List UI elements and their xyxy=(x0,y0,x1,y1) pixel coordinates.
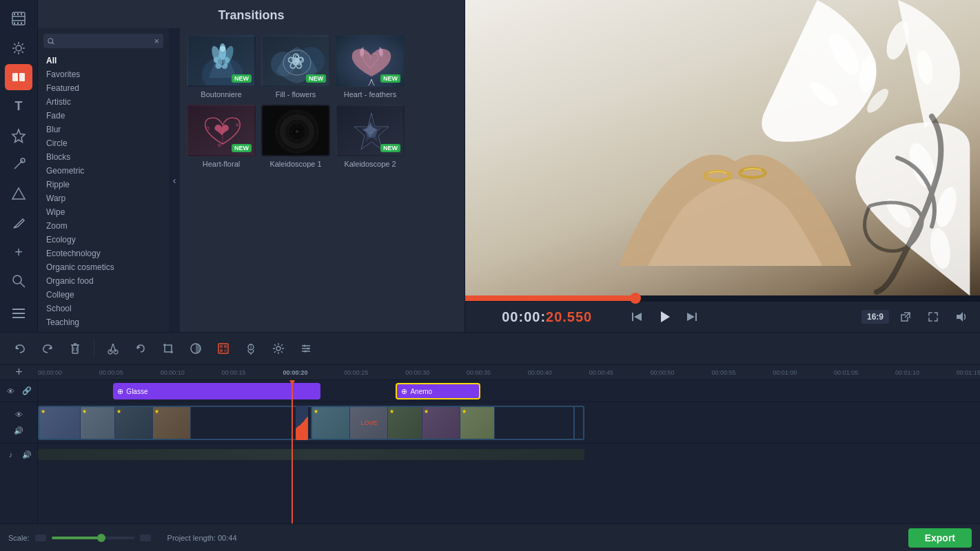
transition-heart-feathers[interactable]: NEW Heart - feathers xyxy=(336,35,405,99)
progress-thumb[interactable] xyxy=(630,293,641,304)
app-container: T xyxy=(0,0,980,551)
transition-boutonniere[interactable]: NEW Boutonniere xyxy=(187,35,256,99)
video-thumb-8: ★ xyxy=(422,407,460,439)
transition-thumb-boutonniere[interactable]: NEW xyxy=(187,35,256,87)
transition-thumb-flowers[interactable]: ❀ NEW xyxy=(261,35,330,87)
search-box[interactable]: × xyxy=(43,34,163,48)
title-clip-anemo[interactable]: ⊕ Anemo xyxy=(396,383,480,399)
track-left-col: 👁 🔗 👁 🔊 ♪ 🔊 xyxy=(0,380,38,523)
audio-track-audio2-button[interactable]: 🔊 xyxy=(20,448,34,461)
category-item-organic-food[interactable]: Organic food xyxy=(38,274,169,288)
audio-button[interactable] xyxy=(239,337,263,360)
search-close-icon[interactable]: × xyxy=(154,36,159,46)
undo-button[interactable] xyxy=(8,337,32,360)
category-item-blocks[interactable]: Blocks xyxy=(38,150,169,164)
category-item-ecology[interactable]: Ecology xyxy=(38,233,169,247)
svg-point-35 xyxy=(220,46,225,52)
category-item-fade[interactable]: Fade xyxy=(38,109,169,123)
image-filter-button[interactable] xyxy=(212,337,235,360)
category-item-all[interactable]: All xyxy=(38,54,169,67)
category-item-teaching[interactable]: Teaching xyxy=(38,315,169,329)
transition-thumb-kaleidoscope2[interactable]: ✦ NEW xyxy=(336,105,405,156)
tool-effects[interactable] xyxy=(5,34,32,61)
text-track-eye-button[interactable]: 👁 xyxy=(4,384,18,398)
play-button[interactable] xyxy=(653,306,675,328)
ruler-mark-35: 00:00:35 xyxy=(467,369,491,376)
transition-thumb-heart-floral[interactable]: ✿ ❀ ✾ NEW xyxy=(187,105,256,156)
audio-track-music-button[interactable]: ♪ xyxy=(4,448,18,461)
add-track-button[interactable]: + xyxy=(11,364,28,381)
scale-zoom-in-button[interactable] xyxy=(140,534,151,541)
category-item-blur[interactable]: Blur xyxy=(38,123,169,136)
category-item-wipe[interactable]: Wipe xyxy=(38,205,169,219)
category-sidebar: × All Favorites Featured Artistic Fade B… xyxy=(38,28,169,332)
transition-kaleidoscope2[interactable]: ✦ NEW Kaleidoscope 2 xyxy=(336,105,405,169)
prev-button[interactable] xyxy=(626,306,648,328)
scale-label: Scale: xyxy=(8,534,30,542)
audio-track xyxy=(38,444,980,466)
svg-marker-77 xyxy=(687,313,695,321)
transition-kaleidoscope1[interactable]: Kaleidoscope 1 xyxy=(261,105,330,169)
video-track-audio-button[interactable]: 🔊 xyxy=(12,424,25,438)
category-item-artistic[interactable]: Artistic xyxy=(38,95,169,109)
crop-button[interactable] xyxy=(156,337,180,360)
transition-thumb-kaleidoscope1[interactable] xyxy=(261,105,330,156)
category-item-college[interactable]: College xyxy=(38,288,169,302)
redo-button[interactable] xyxy=(36,337,59,360)
next-button[interactable] xyxy=(681,306,703,328)
tool-film[interactable] xyxy=(5,6,32,32)
text-track-lock-button[interactable]: 🔗 xyxy=(20,384,34,398)
transition-thumb-heart-feathers[interactable]: NEW xyxy=(336,35,405,87)
video-clip-second[interactable]: ★ LOVE ★ ★ ★ xyxy=(311,406,575,440)
scale-slider-track[interactable] xyxy=(52,537,134,539)
transition-marker[interactable] xyxy=(296,406,308,440)
category-item-school[interactable]: School xyxy=(38,302,169,315)
tool-stickers[interactable] xyxy=(5,122,32,148)
title-clip-glasse[interactable]: ⊕ Glasse xyxy=(113,383,320,399)
tool-pen[interactable] xyxy=(5,210,32,236)
category-item-featured[interactable]: Featured xyxy=(38,81,169,95)
tool-transitions[interactable] xyxy=(5,64,32,90)
scale-zoom-out-button[interactable] xyxy=(35,534,46,541)
tool-shapes[interactable] xyxy=(5,180,32,207)
fullscreen-button[interactable] xyxy=(922,306,944,328)
progress-bar[interactable] xyxy=(465,295,980,301)
playhead[interactable] xyxy=(292,380,293,523)
color-correction-button[interactable] xyxy=(184,337,207,360)
category-item-warp[interactable]: Warp xyxy=(38,191,169,205)
video-track-eye-button[interactable]: 👁 xyxy=(12,408,25,422)
scale-slider-thumb[interactable] xyxy=(97,534,105,542)
volume-button[interactable] xyxy=(950,306,972,328)
category-item-geometric[interactable]: Geometric xyxy=(38,164,169,178)
category-item-favorites[interactable]: Favorites xyxy=(38,67,169,81)
rotate-button[interactable] xyxy=(129,337,152,360)
transitions-body: × All Favorites Featured Artistic Fade B… xyxy=(38,28,465,332)
export-button[interactable]: Export xyxy=(908,528,972,548)
category-item-zoom[interactable]: Zoom xyxy=(38,219,169,233)
title-clip-label-anemo: Anemo xyxy=(410,388,432,395)
fullscreen-share-button[interactable] xyxy=(895,306,917,328)
transition-label-kaleidoscope1: Kaleidoscope 1 xyxy=(269,159,321,169)
tool-magnify[interactable] xyxy=(5,268,32,294)
category-item-organic-cosmetics[interactable]: Organic cosmetics xyxy=(38,260,169,274)
svg-marker-81 xyxy=(48,346,52,349)
tool-hamburger[interactable] xyxy=(5,300,32,326)
tool-text[interactable]: T xyxy=(5,93,32,119)
transition-heart-floral[interactable]: ✿ ❀ ✾ NEW Heart-floral xyxy=(187,105,256,169)
delete-button[interactable] xyxy=(63,337,87,360)
transition-fill-flowers[interactable]: ❀ NEW Fill - flowers xyxy=(261,35,330,99)
category-item-ripple[interactable]: Ripple xyxy=(38,178,169,191)
cut-button[interactable] xyxy=(101,337,125,360)
track-area: 👁 🔗 👁 🔊 ♪ 🔊 xyxy=(0,380,980,523)
search-input[interactable] xyxy=(57,37,151,45)
category-item-ecotechnology[interactable]: Ecotechnology xyxy=(38,247,169,260)
category-item-circle[interactable]: Circle xyxy=(38,136,169,150)
svg-marker-79 xyxy=(957,312,963,322)
tool-add[interactable]: + xyxy=(5,239,32,265)
more-settings-button[interactable] xyxy=(294,337,318,360)
svg-rect-4 xyxy=(17,13,19,15)
tool-motion[interactable] xyxy=(5,152,32,178)
settings-button[interactable] xyxy=(267,337,290,360)
aspect-ratio-badge[interactable]: 16:9 xyxy=(861,310,889,324)
collapse-panel-button[interactable]: ‹ xyxy=(169,28,180,332)
